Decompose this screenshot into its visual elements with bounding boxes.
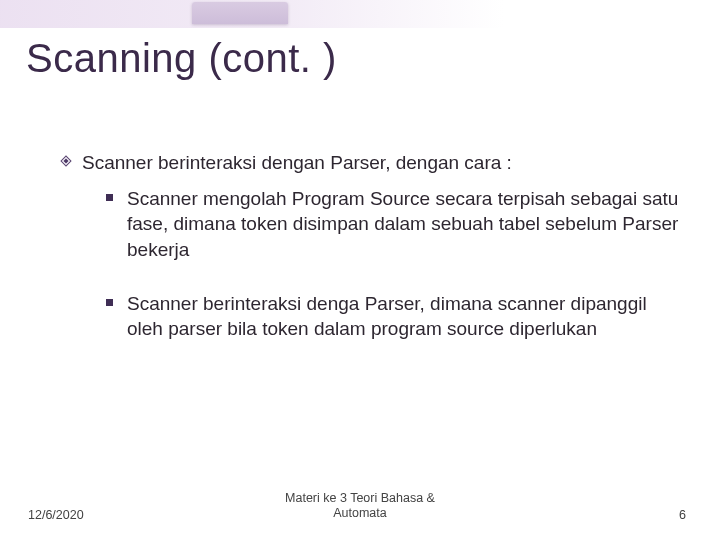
decorative-top-band: [0, 0, 720, 28]
bullet-level2: Scanner berinteraksi denga Parser, diman…: [106, 291, 682, 342]
bullet-level1: Scanner berinteraksi dengan Parser, deng…: [60, 150, 682, 176]
bullet-sub2-text: Scanner berinteraksi denga Parser, diman…: [127, 291, 682, 342]
diamond-icon: [60, 155, 74, 167]
decorative-tab: [192, 2, 288, 24]
footer-page-number: 6: [679, 508, 686, 522]
footer-date: 12/6/2020: [28, 508, 84, 522]
slide-title: Scanning (cont. ): [26, 36, 337, 81]
bullet-level2: Scanner mengolah Program Source secara t…: [106, 186, 682, 263]
slide-body: Scanner berinteraksi dengan Parser, deng…: [60, 150, 682, 370]
bullet-main-text: Scanner berinteraksi dengan Parser, deng…: [82, 150, 512, 176]
square-icon: [106, 194, 113, 201]
square-icon: [106, 299, 113, 306]
footer-center: Materi ke 3 Teori Bahasa & Automata: [285, 491, 435, 522]
bullet-sub1-text: Scanner mengolah Program Source secara t…: [127, 186, 682, 263]
